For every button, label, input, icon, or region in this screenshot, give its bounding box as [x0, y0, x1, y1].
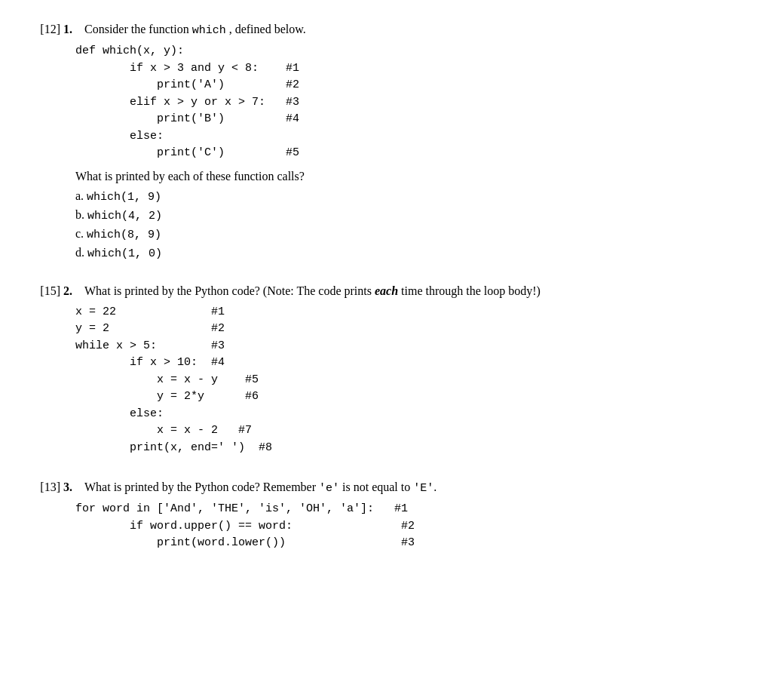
question-1: [12] 1. Consider the function which , de…	[30, 23, 742, 260]
q3-mid-text: is not equal to	[339, 480, 413, 493]
q2-number: 2.	[63, 284, 84, 298]
q2-code: x = 22 #1 y = 2 #2 while x > 5: #3 if x …	[75, 304, 742, 457]
q1-sub-a: a. which(1, 9)	[75, 189, 742, 204]
q3-end-text: .	[433, 480, 437, 493]
q1-number: 1.	[63, 23, 84, 36]
q1-sub-b-label: b.	[75, 208, 87, 221]
question-2: [15] 2. What is printed by the Python co…	[30, 284, 742, 457]
q1-prompt: What is printed by each of these functio…	[75, 170, 742, 183]
q1-points: [12]	[30, 23, 60, 36]
q3-points: [13]	[30, 480, 60, 494]
q3-code-e: 'e'	[319, 482, 339, 495]
q2-intro-text: What is printed by the Python code?	[84, 284, 263, 297]
q2-intro: What is printed by the Python code? (Not…	[84, 284, 742, 298]
q1-sub-a-code: which(1, 9)	[87, 191, 161, 204]
q1-intro: Consider the function which , defined be…	[84, 23, 742, 37]
q3-header: [13] 3. What is printed by the Python co…	[30, 480, 742, 495]
q1-intro-text: Consider the function	[84, 23, 189, 35]
q1-sub-c-code: which(8, 9)	[87, 229, 161, 241]
q1-code: def which(x, y): if x > 3 and y < 8: #1 …	[75, 43, 742, 162]
q2-note: (Note: The code prints each time through…	[263, 284, 541, 297]
q1-sub-b: b. which(4, 2)	[75, 208, 742, 223]
q3-code-E: 'E'	[413, 482, 433, 495]
q1-sub-b-code: which(4, 2)	[87, 210, 162, 223]
q1-intro-code: which	[192, 24, 226, 37]
q1-sub-c: c. which(8, 9)	[75, 227, 742, 241]
q1-intro-rest: , defined below.	[229, 23, 306, 35]
q3-number: 3.	[63, 480, 84, 494]
q1-sub-d: d. which(1, 0)	[75, 246, 742, 260]
q2-points: [15]	[30, 284, 60, 298]
q1-sub-d-code: which(1, 0)	[87, 247, 162, 260]
q3-code: for word in ['And', 'THE', 'is', 'OH', '…	[75, 501, 742, 552]
q3-intro: What is printed by the Python code? Reme…	[84, 480, 742, 495]
q3-intro-text: What is printed by the Python code? Reme…	[84, 480, 319, 493]
q2-each-word: each	[375, 284, 398, 297]
q1-sub-a-label: a.	[75, 189, 87, 202]
question-3: [13] 3. What is printed by the Python co…	[30, 480, 742, 552]
q2-header: [15] 2. What is printed by the Python co…	[30, 284, 742, 298]
q1-sub-c-label: c.	[75, 227, 87, 240]
q1-sub-d-label: d.	[75, 246, 87, 259]
q1-header: [12] 1. Consider the function which , de…	[30, 23, 742, 37]
